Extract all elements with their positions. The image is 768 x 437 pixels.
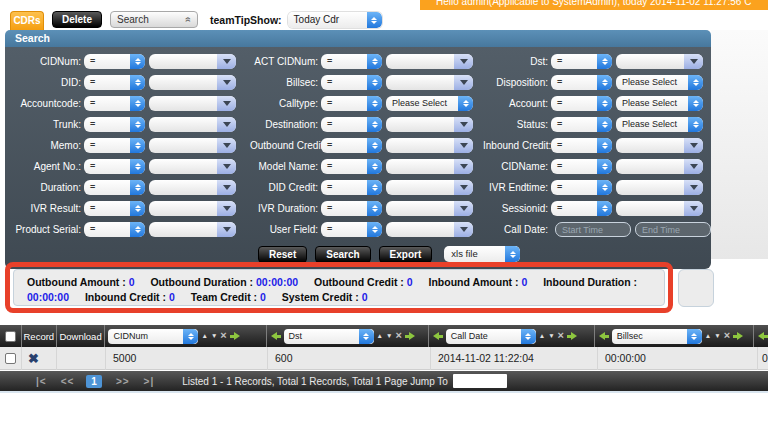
- operator-select[interactable]: =: [321, 75, 382, 90]
- operator-select[interactable]: =: [84, 159, 145, 174]
- value-combo[interactable]: [149, 159, 236, 174]
- operator-select[interactable]: =: [321, 159, 382, 174]
- value-combo[interactable]: [149, 222, 236, 237]
- value-combo[interactable]: [616, 180, 703, 195]
- move-column-right-icon[interactable]: [567, 332, 578, 341]
- export-button[interactable]: Export: [379, 246, 433, 263]
- jump-to-input[interactable]: [453, 374, 507, 388]
- operator-select[interactable]: =: [84, 201, 145, 216]
- team-tip-select[interactable]: Today Cdr: [288, 12, 382, 28]
- value-combo[interactable]: [386, 75, 473, 90]
- operator-select[interactable]: =: [321, 117, 382, 132]
- operator-select[interactable]: =: [84, 75, 145, 90]
- value-combo[interactable]: [386, 138, 473, 153]
- operator-select[interactable]: =: [84, 54, 145, 69]
- last-page-button[interactable]: >|: [144, 376, 155, 387]
- operator-select[interactable]: =: [551, 180, 612, 195]
- row-checkbox[interactable]: [5, 353, 16, 364]
- sort-asc-icon[interactable]: ▲: [705, 333, 711, 340]
- sort-desc-icon[interactable]: ▼: [211, 333, 217, 340]
- sort-desc-icon[interactable]: ▼: [548, 333, 554, 340]
- operator-select[interactable]: =: [321, 222, 382, 237]
- operator-select[interactable]: =: [84, 180, 145, 195]
- column-select[interactable]: Dst: [284, 329, 374, 344]
- value-combo[interactable]: [149, 201, 236, 216]
- value-combo[interactable]: [616, 54, 703, 69]
- operator-select[interactable]: =: [84, 138, 145, 153]
- operator-select[interactable]: =: [551, 96, 612, 111]
- move-column-right-icon[interactable]: [733, 332, 744, 341]
- value-combo[interactable]: [616, 138, 703, 153]
- row-cell: 00:00:00: [598, 347, 758, 370]
- value-select[interactable]: Please Select: [616, 75, 703, 90]
- remove-column-icon[interactable]: ×: [395, 330, 401, 341]
- operator-select[interactable]: =: [321, 96, 382, 111]
- value-select[interactable]: Please Select: [616, 96, 703, 111]
- operator-select[interactable]: =: [321, 138, 382, 153]
- field-label: CIDName:: [483, 161, 551, 172]
- sort-desc-icon[interactable]: ▼: [386, 333, 392, 340]
- operator-select[interactable]: =: [551, 54, 612, 69]
- value-combo[interactable]: [616, 201, 703, 216]
- move-column-left-icon[interactable]: [270, 332, 281, 341]
- remove-column-icon[interactable]: ×: [558, 330, 564, 341]
- move-column-right-icon[interactable]: [230, 332, 241, 341]
- operator-select[interactable]: =: [551, 117, 612, 132]
- value-combo[interactable]: [386, 54, 473, 69]
- move-column-right-icon[interactable]: [405, 332, 416, 341]
- column-select[interactable]: Billsec: [612, 329, 702, 344]
- tab-cdrs[interactable]: CDRs: [10, 11, 44, 30]
- sort-desc-icon[interactable]: ▼: [714, 333, 720, 340]
- export-format-select[interactable]: xls file: [444, 246, 520, 262]
- end-time-input[interactable]: [635, 222, 711, 237]
- value-combo[interactable]: [149, 75, 236, 90]
- first-page-button[interactable]: |<: [36, 376, 47, 387]
- operator-select[interactable]: =: [84, 96, 145, 111]
- delete-button[interactable]: Delete: [52, 11, 102, 28]
- operator-select[interactable]: =: [551, 75, 612, 90]
- operator-select[interactable]: =: [551, 201, 612, 216]
- sort-asc-icon[interactable]: ▲: [377, 333, 383, 340]
- value-combo[interactable]: [149, 138, 236, 153]
- operator-select[interactable]: =: [84, 222, 145, 237]
- column-select[interactable]: Call Date: [446, 329, 536, 344]
- sort-asc-icon[interactable]: ▲: [201, 333, 207, 340]
- prev-page-button[interactable]: <<: [61, 376, 75, 387]
- remove-column-icon[interactable]: ×: [220, 330, 226, 341]
- value-select[interactable]: Please Select: [616, 117, 703, 132]
- value-combo[interactable]: [386, 117, 473, 132]
- value-combo[interactable]: [616, 159, 703, 174]
- search-button[interactable]: Search: [315, 246, 370, 263]
- move-column-left-icon[interactable]: [757, 332, 768, 341]
- value-combo[interactable]: [386, 222, 473, 237]
- value-combo[interactable]: [149, 54, 236, 69]
- operator-select[interactable]: =: [321, 54, 382, 69]
- value-combo[interactable]: [149, 180, 236, 195]
- select-all-checkbox[interactable]: [5, 331, 16, 342]
- value-combo[interactable]: [149, 96, 236, 111]
- sort-asc-icon[interactable]: ▲: [539, 333, 545, 340]
- search-field-row: Outbound Credit:=: [250, 135, 483, 156]
- reset-button[interactable]: Reset: [258, 246, 307, 263]
- operator-select[interactable]: =: [321, 180, 382, 195]
- search-field-row: Destination:=: [250, 114, 483, 135]
- operator-select[interactable]: =: [551, 138, 612, 153]
- delete-record-icon[interactable]: ✖: [28, 352, 39, 365]
- value-combo[interactable]: [386, 201, 473, 216]
- column-select[interactable]: CIDNum: [108, 329, 198, 344]
- value-combo[interactable]: [386, 180, 473, 195]
- move-column-left-icon[interactable]: [432, 332, 443, 341]
- remove-column-icon[interactable]: ×: [724, 330, 730, 341]
- move-column-left-icon[interactable]: [598, 332, 609, 341]
- operator-select[interactable]: =: [321, 201, 382, 216]
- value-combo[interactable]: [386, 159, 473, 174]
- stepper-icon: [597, 159, 612, 174]
- start-time-input[interactable]: [555, 222, 631, 237]
- next-page-button[interactable]: >>: [116, 376, 130, 387]
- operator-select[interactable]: =: [84, 117, 145, 132]
- value-select[interactable]: Please Select: [386, 96, 473, 111]
- team-tip-select-value: Today Cdr: [288, 12, 346, 28]
- search-collapse-dropdown[interactable]: Search »: [110, 11, 198, 28]
- operator-select[interactable]: =: [551, 159, 612, 174]
- value-combo[interactable]: [149, 117, 236, 132]
